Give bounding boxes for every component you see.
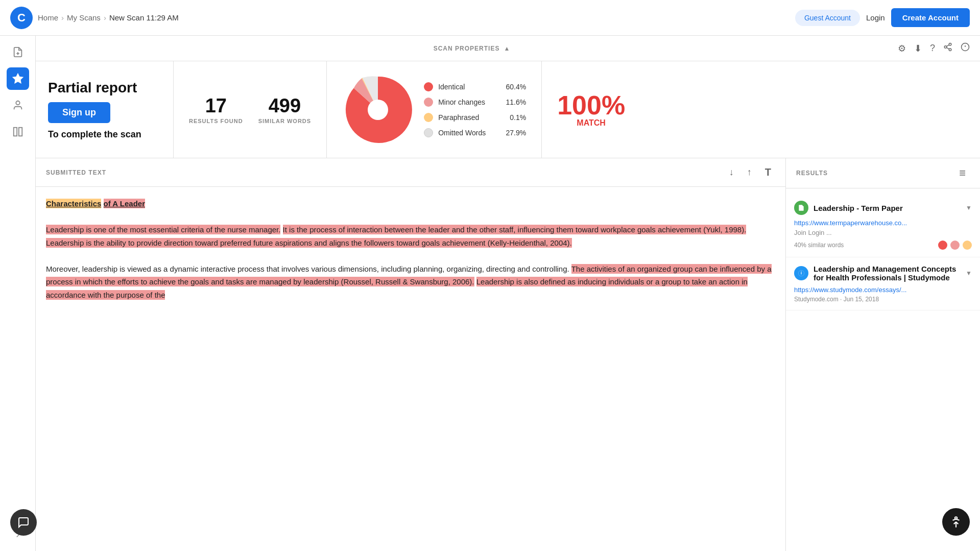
create-account-button[interactable]: Create Account [891,8,970,27]
results-panel-header: RESULTS ≡ [786,158,980,188]
legend-identical: Identical 60.4% [424,82,526,91]
header-left: C Home › My Scans › New Scan 11:29 AM [10,7,179,29]
result-card-2: Leadership and Management Concepts for H… [786,257,980,310]
text-panel-header: SUBMITTED TEXT ↓ ↑ T [36,158,785,187]
header-right: Guest Account Login Create Account [795,8,970,27]
results-found-label: RESULTS FOUND [189,118,243,124]
svg-point-8 [949,49,951,51]
results-filter-button[interactable]: ≡ [955,164,970,182]
result-2-date: Studymode.com · Jun 15, 2018 [794,296,972,303]
result-1-url[interactable]: https://www.termpaperwarehouse.co... [794,219,972,227]
svg-rect-4 [13,128,16,136]
share-icon[interactable] [943,42,952,54]
legend-dot-omitted-words [424,128,433,137]
breadcrumb-sep2: › [104,13,106,22]
legend-pct-identical: 60.4% [506,83,526,91]
settings-icon[interactable]: ⚙ [898,43,906,54]
svg-rect-5 [18,128,21,136]
results-scrollable[interactable]: Leadership - Term Paper ▼ https://www.te… [786,188,980,551]
sidebar-item-user[interactable] [7,94,29,116]
text-para1-span3: Leadership is the ability to provide dir… [46,238,572,248]
main-layout: SCAN PROPERTIES ▲ ⚙ ⬇ ? Partial report S… [0,36,980,551]
pie-chart [342,74,414,146]
legend-dot-paraphrased [424,113,433,122]
sidebar-item-starred[interactable] [7,67,29,90]
legend-label-identical: Identical [438,83,500,91]
result-1-source-icon [794,201,808,215]
help-icon[interactable]: ? [930,43,935,54]
content-area: SCAN PROPERTIES ▲ ⚙ ⬇ ? Partial report S… [36,36,980,551]
result-1-dot-orange [963,241,972,250]
result-card-1-header: Leadership - Term Paper ▼ [794,201,972,215]
similar-words-label: SIMILAR WORDS [258,118,311,124]
result-1-title: Leadership - Term Paper [814,204,961,212]
logo[interactable]: C [10,7,33,29]
legend-dot-identical [424,82,433,91]
svg-point-6 [949,43,951,46]
accessibility-button[interactable] [942,508,970,536]
text-title-span2: of A Leader [104,199,145,208]
complete-scan-text: To complete the scan [48,129,161,140]
scroll-down-button[interactable]: ↓ [725,165,738,180]
sign-up-button[interactable]: Sign up [48,102,110,123]
svg-point-17 [801,271,801,272]
svg-marker-2 [13,74,22,83]
breadcrumb-my-scans[interactable]: My Scans [67,13,101,22]
text-title-span: Characteristics [46,199,101,208]
download-icon[interactable]: ⬇ [914,43,922,54]
text-panel: SUBMITTED TEXT ↓ ↑ T Characteristics of … [36,158,786,551]
legend-minor-changes: Minor changes 11.6% [424,98,526,107]
summary-match: 100% MATCH [542,61,640,158]
similar-words-stat: 499 SIMILAR WORDS [258,95,311,124]
result-2-title: Leadership and Management Concepts for H… [814,265,961,282]
result-1-dots [938,241,972,250]
summary-partial: Partial report Sign up To complete the s… [36,61,174,158]
result-card-2-header: Leadership and Management Concepts for H… [794,265,972,282]
scan-properties-label[interactable]: SCAN PROPERTIES ▲ [434,45,511,52]
guest-account-button[interactable]: Guest Account [795,10,860,26]
text-para1-span1: Leadership is one of the most essential … [46,225,280,234]
legend-label-paraphrased: Paraphrased [438,113,500,122]
breadcrumb: Home › My Scans › New Scan 11:29 AM [38,13,179,22]
partial-report-title: Partial report [48,80,161,96]
result-2-expand-icon[interactable]: ▼ [966,270,972,277]
left-sidebar [0,36,36,551]
text-scrollable[interactable]: Characteristics of A Leader Leadership i… [36,187,785,551]
sidebar-item-new-doc[interactable] [7,41,29,63]
similar-words-number: 499 [258,95,311,117]
login-button[interactable]: Login [866,13,885,22]
breadcrumb-current: New Scan 11:29 AM [109,13,179,22]
scan-properties-bar: SCAN PROPERTIES ▲ ⚙ ⬇ ? [36,36,980,61]
result-2-source-icon [794,266,808,280]
legend-pct-omitted-words: 27.9% [506,129,526,137]
text-content-wrapper: Characteristics of A Leader Leadership i… [36,187,785,551]
svg-line-10 [946,45,949,46]
font-button[interactable]: T [761,164,775,180]
summary-row: Partial report Sign up To complete the s… [36,61,980,158]
submitted-text-title: SUBMITTED TEXT [46,169,106,176]
legend-label-omitted-words: Omitted Words [438,129,500,137]
match-percentage: 100% [557,92,625,118]
scroll-up-button[interactable]: ↑ [743,165,756,180]
scan-properties-icons: ⚙ ⬇ ? [898,42,970,54]
breadcrumb-home[interactable]: Home [38,13,58,22]
result-1-dot-pink [950,241,960,250]
legend-pct-minor-changes: 11.6% [506,98,526,106]
summary-stats: 17 RESULTS FOUND 499 SIMILAR WORDS [174,61,327,158]
result-1-dot-red [938,241,947,250]
result-2-url[interactable]: https://www.studymode.com/essays/... [794,286,972,294]
sidebar-item-compare[interactable] [7,121,29,143]
bottom-section: SUBMITTED TEXT ↓ ↑ T Characteristics of … [36,158,980,551]
text-para1-span2: It is the process of interaction between… [283,225,747,234]
chat-button[interactable] [10,509,37,536]
legend-label-minor-changes: Minor changes [438,98,500,106]
results-found-number: 17 [189,95,243,117]
results-found-stat: 17 RESULTS FOUND [189,95,243,124]
result-1-similar: 40% similar words [794,242,844,249]
legend-pct-paraphrased: 0.1% [506,113,526,122]
result-1-expand-icon[interactable]: ▼ [966,204,972,211]
svg-line-9 [946,47,949,49]
summary-legend: Identical 60.4% Minor changes 11.6% Para… [424,77,526,142]
results-panel: RESULTS ≡ Leadership - Term Paper ▼ [786,158,980,551]
info-icon[interactable] [961,42,970,54]
